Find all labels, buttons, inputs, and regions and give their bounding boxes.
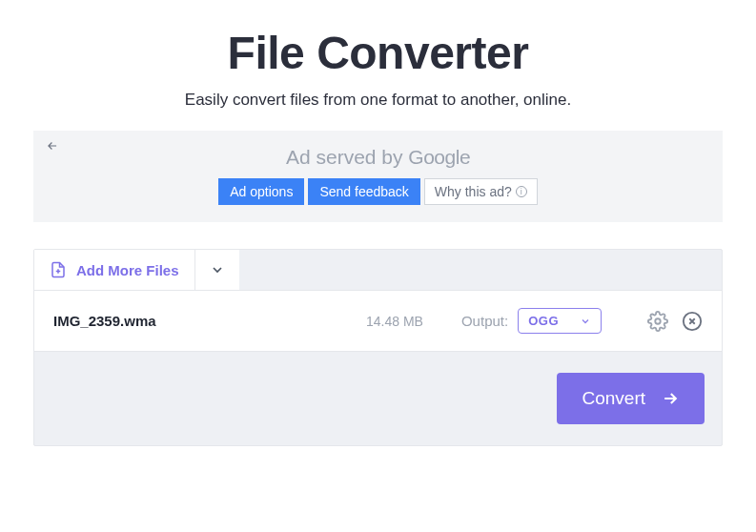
page-subtitle: Easily convert files from one format to … [0,91,756,110]
file-size: 14.48 MB [366,314,423,329]
arrow-right-icon [661,389,680,408]
convert-label: Convert [582,388,645,409]
arrow-left-icon[interactable] [45,138,60,153]
close-circle-icon [682,311,703,332]
why-this-ad-button[interactable]: Why this ad? i [424,178,538,205]
add-more-dropdown-button[interactable] [195,250,239,290]
add-more-files-button[interactable]: Add More Files [34,250,195,290]
info-icon: i [516,186,527,197]
remove-file-button[interactable] [682,311,703,332]
ad-buttons: Ad options Send feedback Why this ad? i [45,178,711,205]
gear-icon [647,311,668,332]
why-this-ad-label: Why this ad? [435,184,512,199]
ad-panel: Ad served by Google Ad options Send feed… [33,131,723,222]
add-file-icon [50,261,67,278]
output-label: Output: [461,313,508,329]
add-more-files-label: Add More Files [76,262,179,278]
ad-served-text: Ad served by Google [45,140,711,169]
card-footer: Convert [34,352,722,445]
output-format-value: OGG [528,314,559,328]
ad-prefix: Ad served by [286,146,408,168]
ad-options-button[interactable]: Ad options [218,178,304,205]
ad-brand: Google [408,146,470,168]
output-format-select[interactable]: OGG [518,308,602,334]
chevron-down-icon [580,316,591,327]
send-feedback-button[interactable]: Send feedback [308,178,419,205]
settings-button[interactable] [647,311,668,332]
file-row: IMG_2359.wma 14.48 MB Output: OGG [34,290,722,352]
file-name: IMG_2359.wma [53,313,366,329]
toolbar: Add More Files [34,250,722,290]
converter-card: Add More Files IMG_2359.wma 14.48 MB Out… [33,249,723,446]
chevron-down-icon [210,262,225,277]
svg-point-0 [655,318,661,324]
page-title: File Converter [0,27,756,79]
convert-button[interactable]: Convert [557,373,705,424]
